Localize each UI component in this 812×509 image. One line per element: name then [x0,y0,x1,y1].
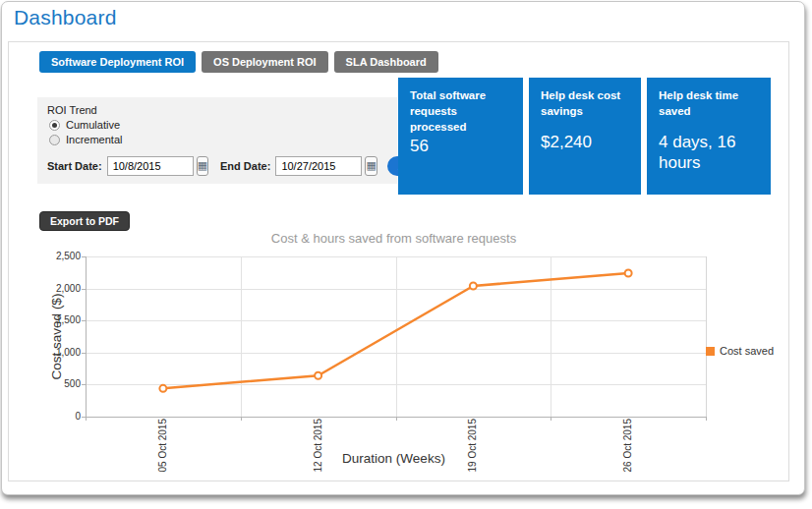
dashboard-window: Dashboard Software Deployment ROI OS Dep… [1,1,805,495]
tab-bar: Software Deployment ROI OS Deployment RO… [39,51,438,73]
start-date-label: Start Date: [47,160,102,172]
start-date-calendar-icon[interactable]: ▦ [197,156,208,176]
kpi-label: Help desk time saved [659,87,759,119]
y-tick-label: 2,500 [31,251,81,261]
kpi-card-total-requests: Total software requests processed 56 [398,78,523,195]
x-axis-title: Duration (Weeks) [84,451,704,466]
radio-cumulative[interactable] [49,120,60,131]
end-date-input[interactable] [275,156,362,176]
line-chart-plot-area [86,256,706,418]
kpi-card-cost-savings: Help desk cost savings $2,240 [529,78,641,195]
kpi-value: 56 [410,136,511,156]
kpi-value: 4 days, 16 hours [659,132,759,174]
chart-legend[interactable]: Cost saved [706,345,774,357]
legend-label-cost-saved: Cost saved [720,345,774,357]
cost-saved-line-series [86,256,706,418]
radio-row-incremental[interactable]: Incremental [47,134,387,145]
radio-incremental-label: Incremental [66,134,122,145]
kpi-card-time-saved: Help desk time saved 4 days, 16 hours [647,78,771,195]
radio-row-cumulative[interactable]: Cumulative [47,119,387,131]
kpi-cards: Total software requests processed 56 Hel… [398,78,771,195]
roi-trend-filter-box: ROI Trend Cumulative Incremental Start D… [37,97,397,184]
y-axis-title: Cost saved ($) [49,278,64,396]
kpi-value: $2,240 [541,132,629,152]
radio-cumulative-label: Cumulative [66,119,120,131]
page-title: Dashboard [14,6,117,29]
date-range-row: Start Date: ▦ End Date: ▦ Apply [47,156,387,176]
legend-swatch-cost-saved [706,347,715,356]
tab-sla-dashboard[interactable]: SLA Dashboard [334,51,438,73]
end-date-label: End Date: [220,160,270,172]
tab-os-deployment-roi[interactable]: OS Deployment ROI [202,51,328,73]
y-tick-label: 0 [31,411,81,422]
end-date-calendar-icon[interactable]: ▦ [365,156,377,176]
roi-trend-label: ROI Trend [47,104,387,116]
kpi-label: Help desk cost savings [541,87,629,119]
kpi-label: Total software requests processed [410,87,511,135]
export-to-pdf-button[interactable]: Export to PDF [39,211,130,231]
radio-incremental[interactable] [49,135,60,145]
start-date-input[interactable] [107,156,194,176]
tab-software-deployment-roi[interactable]: Software Deployment ROI [39,51,196,73]
chart-title: Cost & hours saved from software request… [84,231,704,246]
